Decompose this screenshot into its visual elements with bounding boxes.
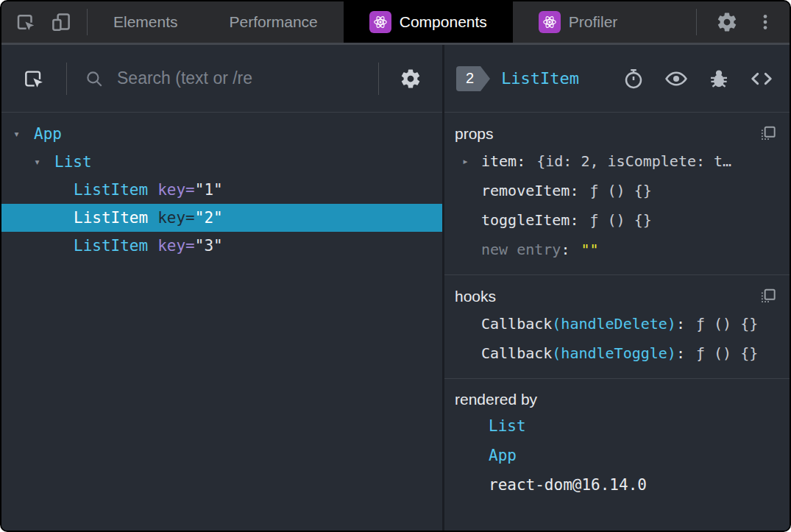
device-toolbar-icon[interactable]	[50, 11, 72, 33]
key-attr-equals: =	[185, 181, 195, 199]
props-section: props item: {id: 2, isComplete: t… remov…	[444, 113, 790, 275]
component-name: List	[54, 153, 92, 171]
topbar-right-controls	[696, 1, 790, 43]
component-details-pane: 2 ListItem	[444, 45, 790, 531]
copy-hooks-icon[interactable]	[759, 287, 778, 306]
rendered-by-react-dom: react-dom@16.14.0	[455, 470, 778, 500]
owner-name: List	[489, 417, 526, 435]
key-attribute: key="3"	[157, 237, 223, 255]
hook-arg: (handleDelete)	[552, 315, 676, 333]
prop-row-item[interactable]: item: {id: 2, isComplete: t…	[455, 146, 778, 176]
hooks-section: hooks Callback(handleDelete): ƒ () {} Ca…	[444, 275, 790, 379]
kebab-menu-icon[interactable]	[756, 13, 775, 32]
search-input[interactable]	[104, 68, 378, 88]
tab-performance[interactable]: Performance	[204, 1, 344, 43]
react-atom-icon	[539, 11, 561, 33]
component-tree-pane: App List ListItem key="1" ListItem key="…	[1, 45, 444, 531]
colon: :	[676, 315, 685, 333]
inspect-element-icon[interactable]	[15, 11, 37, 33]
inspect-component-icon[interactable]	[1, 67, 66, 91]
hook-value: ƒ () {}	[696, 344, 758, 362]
rendered-by-section: rendered by List App react-dom@16.14.0	[444, 379, 790, 531]
key-attr-equals: =	[185, 209, 195, 227]
prop-value: {id: 2, isComplete: t…	[536, 152, 731, 170]
topbar-divider	[696, 9, 697, 35]
component-name: App	[34, 125, 62, 143]
colon: :	[676, 344, 685, 362]
key-attr-value: "1"	[195, 181, 223, 199]
view-source-code-icon[interactable]	[750, 67, 773, 91]
view-settings-gear-icon[interactable]	[379, 68, 442, 90]
tab-elements[interactable]: Elements	[88, 1, 204, 43]
suspense-stopwatch-icon[interactable]	[622, 68, 645, 90]
expand-caret-icon[interactable]	[34, 155, 54, 169]
prop-name: item	[481, 152, 517, 170]
search-bar-divider	[66, 63, 67, 95]
props-section-title: props	[455, 125, 494, 143]
prop-row-new-entry[interactable]: new entry: ""	[455, 235, 778, 264]
key-attribute: key="2"	[157, 209, 223, 227]
new-prop-name-input[interactable]: new entry	[481, 241, 561, 258]
owner-stack-badge[interactable]: 2	[456, 66, 480, 91]
hook-row-handletoggle[interactable]: Callback(handleToggle): ƒ () {}	[455, 338, 778, 368]
copy-props-icon[interactable]	[759, 124, 778, 143]
new-prop-value-input[interactable]: ""	[581, 241, 598, 258]
tab-profiler[interactable]: Profiler	[513, 1, 644, 43]
prop-row-toggleitem[interactable]: toggleItem: ƒ () {}	[455, 205, 778, 235]
key-attribute: key="1"	[157, 181, 223, 199]
hook-name: Callback	[481, 344, 552, 362]
react-atom-icon	[369, 11, 391, 33]
key-attr-name: key	[157, 237, 185, 255]
component-tree: App List ListItem key="1" ListItem key="…	[1, 113, 442, 531]
hook-value: ƒ () {}	[696, 315, 758, 333]
prop-name: toggleItem	[481, 211, 570, 229]
colon: :	[570, 211, 578, 229]
hook-arg: (handleToggle)	[552, 344, 676, 362]
rendered-by-list-link[interactable]: List	[455, 411, 778, 441]
rendered-by-app-link[interactable]: App	[455, 441, 778, 470]
topbar-icon-group	[1, 1, 87, 43]
component-name: ListItem	[74, 237, 148, 255]
inspect-dom-eye-icon[interactable]	[664, 67, 688, 91]
tab-label: Profiler	[569, 13, 618, 31]
expand-caret-icon[interactable]	[13, 127, 34, 141]
tree-search-bar	[1, 45, 442, 113]
tree-row-listitem-2-selected[interactable]: ListItem key="2"	[1, 204, 442, 232]
prop-value: ƒ () {}	[589, 182, 651, 199]
key-attr-value: "2"	[195, 209, 223, 227]
settings-gear-icon[interactable]	[716, 11, 738, 33]
owner-name: App	[489, 447, 517, 464]
hook-name: Callback	[481, 315, 552, 333]
tab-label: Components	[400, 13, 487, 31]
prop-value: ƒ () {}	[589, 211, 651, 229]
renderer-version: react-dom@16.14.0	[489, 476, 647, 494]
details-header: 2 ListItem	[444, 45, 790, 113]
hook-row-handledelete[interactable]: Callback(handleDelete): ƒ () {}	[455, 309, 778, 338]
key-attr-equals: =	[185, 237, 195, 255]
key-attr-value: "3"	[195, 237, 223, 255]
colon: :	[570, 182, 578, 199]
details-header-icons	[622, 67, 773, 91]
tree-row-app[interactable]: App	[1, 120, 442, 148]
prop-row-removeitem[interactable]: removeItem: ƒ () {}	[455, 176, 778, 205]
component-name: ListItem	[74, 181, 148, 199]
tree-row-listitem-3[interactable]: ListItem key="3"	[1, 232, 442, 260]
colon: :	[561, 241, 570, 258]
hooks-section-title: hooks	[455, 288, 496, 305]
devtools-window: Elements Performance Components Profiler	[0, 0, 791, 532]
log-bug-icon[interactable]	[708, 68, 730, 90]
tab-label: Elements	[113, 13, 178, 31]
key-attr-name: key	[157, 181, 185, 199]
tab-components[interactable]: Components	[344, 1, 513, 43]
search-icon	[85, 69, 104, 88]
components-panel: App List ListItem key="1" ListItem key="…	[1, 45, 790, 531]
tree-row-list[interactable]: List	[1, 148, 442, 176]
tree-row-listitem-1[interactable]: ListItem key="1"	[1, 176, 442, 204]
component-name: ListItem	[74, 209, 148, 227]
expand-caret-icon[interactable]	[462, 155, 469, 168]
selected-component-title: ListItem	[501, 69, 579, 88]
tab-label: Performance	[230, 13, 318, 31]
devtools-tab-bar: Elements Performance Components Profiler	[1, 1, 790, 45]
colon: :	[517, 152, 525, 170]
rendered-by-title: rendered by	[455, 391, 537, 408]
